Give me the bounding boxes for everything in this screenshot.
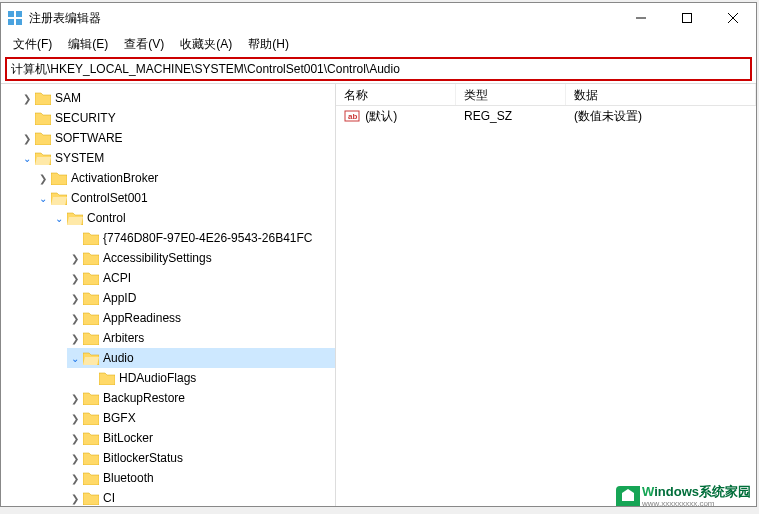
folder-open-icon <box>83 351 99 365</box>
chevron-right-icon[interactable]: ❯ <box>67 490 83 506</box>
folder-icon <box>83 291 99 305</box>
tree-item-audio[interactable]: ⌄Audio <box>67 348 335 368</box>
address-bar <box>5 57 752 81</box>
content-area: ❯SAM ❯SECURITY ❯SOFTWARE ⌄SYSTEM ❯Activa… <box>1 83 756 506</box>
folder-icon <box>83 491 99 505</box>
tree-item-bluetooth[interactable]: ❯Bluetooth <box>67 468 335 488</box>
registry-editor-window: 注册表编辑器 文件(F) 编辑(E) 查看(V) 收藏夹(A) 帮助(H) ❯S… <box>0 2 757 507</box>
value-name: (默认) <box>365 109 397 123</box>
folder-icon <box>83 251 99 265</box>
folder-icon <box>83 271 99 285</box>
chevron-right-icon[interactable]: ❯ <box>67 290 83 306</box>
folder-icon <box>35 111 51 125</box>
chevron-down-icon[interactable]: ⌄ <box>19 150 35 166</box>
tree-item-software[interactable]: ❯SOFTWARE <box>19 128 335 148</box>
folder-icon <box>51 171 67 185</box>
tree-item-activationbroker[interactable]: ❯ActivationBroker <box>35 168 335 188</box>
tree-item-backuprestore[interactable]: ❯BackupRestore <box>67 388 335 408</box>
chevron-right-icon[interactable]: ❯ <box>67 250 83 266</box>
tree-item-arbiters[interactable]: ❯Arbiters <box>67 328 335 348</box>
menubar: 文件(F) 编辑(E) 查看(V) 收藏夹(A) 帮助(H) <box>1 33 756 55</box>
column-data[interactable]: 数据 <box>566 84 756 105</box>
svg-rect-1 <box>16 11 22 17</box>
tree-item-sam[interactable]: ❯SAM <box>19 88 335 108</box>
maximize-button[interactable] <box>664 3 710 33</box>
tree-item-control[interactable]: ⌄Control <box>51 208 335 228</box>
menu-view[interactable]: 查看(V) <box>116 34 172 55</box>
chevron-right-icon[interactable]: ❯ <box>67 430 83 446</box>
tree-item-bitlocker[interactable]: ❯BitLocker <box>67 428 335 448</box>
window-controls <box>618 3 756 33</box>
chevron-right-icon[interactable]: ❯ <box>67 270 83 286</box>
folder-icon <box>35 91 51 105</box>
tree-item-ci[interactable]: ❯CI <box>67 488 335 506</box>
column-type[interactable]: 类型 <box>456 84 566 105</box>
folder-icon <box>83 431 99 445</box>
folder-icon <box>35 131 51 145</box>
chevron-down-icon[interactable]: ⌄ <box>35 190 51 206</box>
watermark-icon <box>616 486 640 506</box>
chevron-right-icon[interactable]: ❯ <box>67 310 83 326</box>
svg-rect-5 <box>683 14 692 23</box>
chevron-down-icon[interactable]: ⌄ <box>67 350 83 366</box>
close-button[interactable] <box>710 3 756 33</box>
chevron-right-icon[interactable]: ❯ <box>19 90 35 106</box>
folder-icon <box>99 371 115 385</box>
chevron-right-icon[interactable]: ❯ <box>67 470 83 486</box>
folder-icon <box>83 451 99 465</box>
column-name[interactable]: 名称 <box>336 84 456 105</box>
chevron-right-icon[interactable]: ❯ <box>67 410 83 426</box>
tree-item-guid[interactable]: ❯{7746D80F-97E0-4E26-9543-26B41FC <box>67 228 335 248</box>
tree-item-hdaudioflags[interactable]: ❯HDAudioFlags <box>83 368 335 388</box>
tree-item-bitlockerstatus[interactable]: ❯BitlockerStatus <box>67 448 335 468</box>
chevron-right-icon[interactable]: ❯ <box>67 450 83 466</box>
svg-rect-2 <box>8 19 14 25</box>
string-value-icon: ab <box>344 108 360 124</box>
menu-file[interactable]: 文件(F) <box>5 34 60 55</box>
menu-help[interactable]: 帮助(H) <box>240 34 297 55</box>
menu-favorites[interactable]: 收藏夹(A) <box>172 34 240 55</box>
chevron-right-icon[interactable]: ❯ <box>67 330 83 346</box>
folder-open-icon <box>35 151 51 165</box>
list-pane[interactable]: 名称 类型 数据 ab (默认) REG_SZ (数值未设置) <box>336 84 756 506</box>
folder-open-icon <box>67 211 83 225</box>
chevron-right-icon[interactable]: ❯ <box>35 170 51 186</box>
tree-item-controlset001[interactable]: ⌄ControlSet001 <box>35 188 335 208</box>
tree-item-system[interactable]: ⌄SYSTEM <box>19 148 335 168</box>
tree-item-appid[interactable]: ❯AppID <box>67 288 335 308</box>
value-data: (数值未设置) <box>566 106 756 127</box>
chevron-down-icon[interactable]: ⌄ <box>51 210 67 226</box>
tree-pane[interactable]: ❯SAM ❯SECURITY ❯SOFTWARE ⌄SYSTEM ❯Activa… <box>1 84 336 506</box>
list-row[interactable]: ab (默认) REG_SZ (数值未设置) <box>336 106 756 126</box>
svg-text:ab: ab <box>348 112 357 121</box>
folder-open-icon <box>51 191 67 205</box>
value-type: REG_SZ <box>456 107 566 125</box>
tree-item-accessibility[interactable]: ❯AccessibilitySettings <box>67 248 335 268</box>
svg-rect-0 <box>8 11 14 17</box>
tree-item-security[interactable]: ❯SECURITY <box>19 108 335 128</box>
svg-rect-3 <box>16 19 22 25</box>
folder-icon <box>83 311 99 325</box>
list-header: 名称 类型 数据 <box>336 84 756 106</box>
folder-icon <box>83 231 99 245</box>
tree-item-bgfx[interactable]: ❯BGFX <box>67 408 335 428</box>
watermark: Windows系统家园 www.xxxxxxxxx.com <box>616 483 751 508</box>
watermark-text: indows系统家园 <box>654 484 751 499</box>
folder-icon <box>83 411 99 425</box>
folder-icon <box>83 471 99 485</box>
watermark-url: www.xxxxxxxxx.com <box>642 499 751 508</box>
chevron-right-icon[interactable]: ❯ <box>19 130 35 146</box>
tree-item-acpi[interactable]: ❯ACPI <box>67 268 335 288</box>
folder-icon <box>83 331 99 345</box>
minimize-button[interactable] <box>618 3 664 33</box>
tree-item-appreadiness[interactable]: ❯AppReadiness <box>67 308 335 328</box>
chevron-right-icon[interactable]: ❯ <box>67 390 83 406</box>
address-input[interactable] <box>11 62 746 76</box>
window-title: 注册表编辑器 <box>29 10 101 27</box>
folder-icon <box>83 391 99 405</box>
menu-edit[interactable]: 编辑(E) <box>60 34 116 55</box>
app-icon <box>7 10 23 26</box>
titlebar: 注册表编辑器 <box>1 3 756 33</box>
